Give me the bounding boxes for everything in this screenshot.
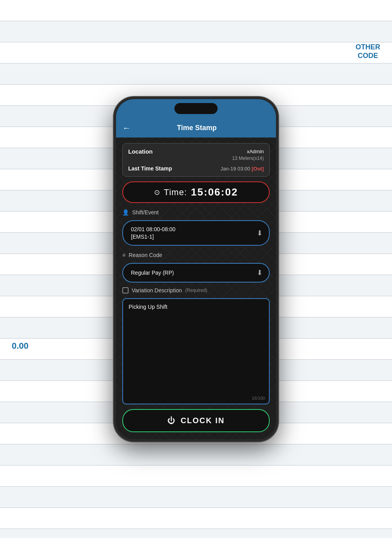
time-value: 15:06:02	[191, 186, 238, 198]
reason-section-label: ≡ Reason Code	[122, 252, 270, 258]
power-icon: ⏻	[167, 416, 175, 425]
shift-dropdown[interactable]: 02/01 08:00-08:00 [EMS1-1] ⬇	[122, 220, 270, 245]
other-code-label: OTHER CODE	[356, 43, 380, 60]
nav-title: Time Stamp	[136, 124, 258, 132]
variation-required: (Required)	[185, 288, 207, 293]
shift-chevron-icon: ⬇	[257, 229, 263, 237]
variation-row: Variation Description (Required)	[122, 287, 270, 293]
phone-notch	[174, 103, 218, 114]
description-area[interactable]: Picking Up Shift 16/100	[122, 298, 270, 404]
description-text: Picking Up Shift	[129, 304, 263, 310]
shift-section-label: 👤 Shift/Event	[122, 209, 270, 216]
last-stamp-label: Last Time Stamp	[128, 165, 172, 172]
variation-label: Variation Description	[132, 287, 182, 293]
back-button[interactable]: ←	[122, 123, 131, 133]
phone-content: Location xAdmin 13 Meters(x14) Last Time…	[116, 138, 276, 439]
reason-dropdown[interactable]: Regular Pay (RP) ⬇	[122, 263, 270, 283]
location-user: xAdmin 13 Meters(x14)	[232, 148, 264, 162]
location-card: Location xAdmin 13 Meters(x14) Last Time…	[122, 143, 270, 177]
location-label: Location	[128, 148, 153, 155]
last-stamp-out-badge: [Out]	[252, 166, 264, 172]
left-value: 0.00	[12, 341, 29, 351]
nav-bar: ← Time Stamp	[116, 119, 276, 138]
clock-in-button[interactable]: ⏻ CLOCK IN	[122, 409, 270, 432]
reason-chevron-icon: ⬇	[257, 268, 263, 277]
clock-in-label: CLOCK IN	[181, 416, 225, 425]
char-count: 16/100	[252, 396, 265, 400]
last-stamp-value: Jan-19 03:00 [Out]	[220, 166, 264, 172]
phone-frame: ← Time Stamp Location xAdmin 13 Meters(x…	[114, 97, 278, 442]
reason-value: Regular Pay (RP)	[131, 269, 174, 276]
reason-icon: ≡	[122, 252, 125, 258]
time-display: ⊙ Time: 15:06:02	[122, 181, 270, 203]
variation-checkbox[interactable]	[122, 287, 129, 293]
time-label: Time:	[164, 187, 187, 197]
shift-icon: 👤	[122, 209, 129, 216]
clock-icon: ⊙	[154, 188, 160, 197]
shift-value: 02/01 08:00-08:00 [EMS1-1]	[131, 226, 176, 240]
